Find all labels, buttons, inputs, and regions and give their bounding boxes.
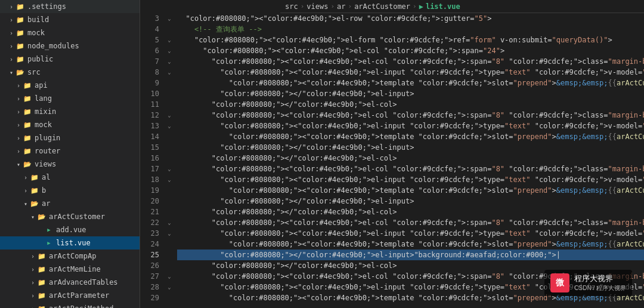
code-line-6[interactable]: "color:#808080;"><"color:#4ec9b0;">el-co… (177, 45, 644, 56)
fold-marker[interactable]: ⌄ (164, 121, 175, 131)
vue-icon: ▶ (44, 225, 54, 235)
sidebar-item-add_vue[interactable]: ▶add.vue (0, 223, 140, 236)
chevron-icon (14, 96, 23, 102)
sidebar-item-build[interactable]: 📁build (0, 13, 140, 26)
sidebar-item-al[interactable]: 📁al (0, 171, 140, 184)
fold-marker[interactable]: ⌄ (164, 271, 175, 282)
fold-marker (164, 88, 175, 99)
sidebar-item-src[interactable]: 📂src (0, 66, 140, 79)
chevron-icon (29, 292, 37, 299)
sidebar-item-arActReciMethod[interactable]: 📁arActReciMethod (0, 302, 140, 308)
fold-marker (164, 142, 175, 153)
fold-marker[interactable]: ⌄ (164, 56, 175, 67)
folder-icon: 📁 (23, 107, 32, 116)
code-line-27[interactable]: "color:#808080;"><"color:#4ec9b0;">el-co… (177, 271, 644, 282)
breadcrumb-sep2: › (330, 2, 335, 10)
fold-marker (164, 185, 175, 196)
code-line-7[interactable]: "color:#808080;"><"color:#4ec9b0;">el-co… (177, 56, 644, 67)
fold-marker (164, 239, 175, 250)
code-line-4[interactable]: <!-- 查询表单 --> (177, 24, 644, 35)
sidebar-item-lang[interactable]: 📁lang (0, 92, 140, 105)
fold-marker[interactable]: ⌄ (164, 282, 175, 292)
sidebar-item-plugin[interactable]: 📁plugin (0, 131, 140, 144)
sidebar-item-mock[interactable]: 📁mock (0, 26, 140, 39)
code-line-17[interactable]: "color:#808080;"><"color:#4ec9b0;">el-co… (177, 164, 644, 174)
breadcrumb-src: src (285, 2, 298, 11)
sidebar-item-router[interactable]: 📁router (0, 144, 140, 158)
folder-icon: 📁 (16, 15, 25, 24)
code-line-5[interactable]: "color:#808080;"><"color:#4ec9b0;">el-fo… (177, 35, 644, 45)
fold-marker (164, 131, 175, 142)
code-line-25[interactable]: "color:#808080;"></"color:#4ec9b0;">el-i… (177, 250, 644, 260)
sidebar: 📁.settings📁build📁mock📁node_modules📁publi… (0, 0, 140, 308)
fold-marker[interactable]: ⌄ (164, 35, 175, 45)
code-line-19[interactable]: "color:#808080;"><"color:#4ec9b0;">templ… (177, 185, 644, 196)
chevron-icon (14, 135, 23, 141)
fold-marker (164, 292, 175, 303)
code-line-15[interactable]: "color:#808080;"></"color:#4ec9b0;">el-i… (177, 142, 644, 153)
folder-icon: 📁 (30, 173, 39, 182)
code-line-9[interactable]: "color:#808080;"><"color:#4ec9b0;">templ… (177, 78, 644, 88)
code-line-21[interactable]: "color:#808080;"></"color:#4ec9b0;">el-c… (177, 207, 644, 217)
chevron-icon (29, 214, 37, 220)
sidebar-item-b[interactable]: 📁b (0, 184, 140, 197)
sidebar-item-api[interactable]: 📁api (0, 79, 140, 92)
code-line-16[interactable]: "color:#808080;"></"color:#4ec9b0;">el-c… (177, 153, 644, 164)
code-line-18[interactable]: "color:#808080;"><"color:#4ec9b0;">el-in… (177, 174, 644, 185)
code-line-14[interactable]: "color:#808080;"><"color:#4ec9b0;">templ… (177, 131, 644, 142)
sidebar-item-label: build (27, 16, 49, 24)
sidebar-item-mock2[interactable]: 📁mock (0, 118, 140, 131)
fold-marker (164, 78, 175, 88)
code-line-22[interactable]: "color:#808080;"><"color:#4ec9b0;">el-co… (177, 217, 644, 228)
fold-marker (164, 250, 175, 260)
code-line-12[interactable]: "color:#808080;"><"color:#4ec9b0;">el-co… (177, 110, 644, 121)
fold-marker[interactable]: ⌄ (164, 13, 175, 24)
fold-marker[interactable]: ⌄ (164, 67, 175, 78)
sidebar-item-settings[interactable]: 📁.settings (0, 0, 140, 13)
code-line-20[interactable]: "color:#808080;"></"color:#4ec9b0;">el-i… (177, 196, 644, 207)
code-line-10[interactable]: "color:#808080;"></"color:#4ec9b0;">el-i… (177, 88, 644, 99)
code-line-28[interactable]: "color:#808080;"><"color:#4ec9b0;">el-in… (177, 282, 644, 292)
code-line-8[interactable]: "color:#808080;"><"color:#4ec9b0;">el-in… (177, 67, 644, 78)
chevron-icon (14, 122, 23, 128)
code-line-3[interactable]: "color:#808080;"><"color:#4ec9b0;">el-ro… (177, 13, 644, 24)
sidebar-item-mixin[interactable]: 📁mixin (0, 105, 140, 118)
chevron-icon (21, 201, 30, 207)
fold-marker[interactable]: ⌄ (164, 45, 175, 56)
sidebar-item-ar[interactable]: 📂ar (0, 197, 140, 210)
chevron-icon (29, 306, 37, 309)
sidebar-item-label: arActCustomer (49, 212, 105, 221)
code-lines[interactable]: "color:#808080;"><"color:#4ec9b0;">el-ro… (175, 13, 644, 308)
code-line-13[interactable]: "color:#808080;"><"color:#4ec9b0;">el-in… (177, 121, 644, 131)
code-line-26[interactable]: "color:#808080;"></"color:#4ec9b0;">el-c… (177, 260, 644, 271)
breadcrumb-sep4: › (413, 2, 417, 10)
breadcrumb: src › views › ar › arActCustomer › ▶ lis… (280, 0, 644, 13)
chevron-icon (14, 82, 23, 89)
sidebar-item-list_vue[interactable]: ▶list.vue (0, 236, 140, 250)
code-line-29[interactable]: "color:#808080;"><"color:#4ec9b0;">templ… (177, 292, 644, 303)
code-line-11[interactable]: "color:#808080;"></"color:#4ec9b0;">el-c… (177, 99, 644, 110)
sidebar-item-label: plugin (35, 134, 60, 142)
fold-marker[interactable]: ⌄ (164, 164, 175, 174)
folder-icon: 📁 (37, 251, 47, 261)
fold-marker[interactable]: ⌄ (164, 110, 175, 121)
sidebar-item-arcustomer[interactable]: 📂arActCustomer (0, 210, 140, 223)
code-line-23[interactable]: "color:#808080;"><"color:#4ec9b0;">el-in… (177, 228, 644, 239)
folder-icon: 📁 (37, 291, 47, 300)
sidebar-item-arActMemLine[interactable]: 📁arActMemLine (0, 263, 140, 276)
code-line-24[interactable]: "color:#808080;"><"color:#4ec9b0;">templ… (177, 239, 644, 250)
sidebar-item-views[interactable]: 📂views (0, 158, 140, 171)
sidebar-item-label: mock (35, 121, 52, 129)
fold-marker[interactable]: ⌄ (164, 228, 175, 239)
fold-marker[interactable]: ⌄ (164, 217, 175, 228)
sidebar-item-arActParameter[interactable]: 📁arActParameter (0, 289, 140, 302)
sidebar-item-arAdvancedTables[interactable]: 📁arAdvancedTables (0, 276, 140, 289)
sidebar-item-label: add.vue (56, 226, 86, 234)
sidebar-item-node_modules[interactable]: 📁node_modules (0, 39, 140, 53)
sidebar-item-arActCompAp[interactable]: 📁arActCompAp (0, 250, 140, 263)
sidebar-item-public[interactable]: 📁public (0, 53, 140, 66)
folder-icon: 📁 (16, 54, 25, 64)
sidebar-item-label: arAdvancedTables (49, 278, 118, 287)
fold-marker[interactable]: ⌄ (164, 174, 175, 185)
folder-icon: 📁 (23, 146, 32, 156)
